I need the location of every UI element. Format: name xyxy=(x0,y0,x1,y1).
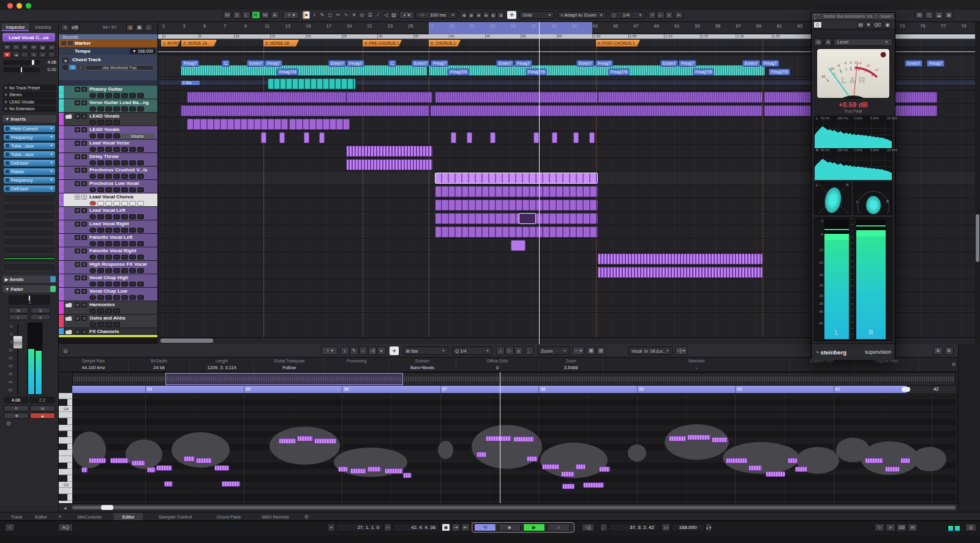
open-quantize-panel-button[interactable]: e xyxy=(665,11,673,19)
track-mute-button[interactable]: M xyxy=(75,302,80,307)
track-control-button[interactable] xyxy=(121,255,128,260)
fader-handle[interactable] xyxy=(13,335,23,349)
track-control-button[interactable] xyxy=(113,174,120,179)
tempo-track-header[interactable]: Tempo▼ 168.000 xyxy=(59,47,158,55)
chord-event[interactable]: Fmaj7 xyxy=(265,60,282,67)
track-mute-button[interactable]: M xyxy=(75,114,80,119)
track-control-button[interactable] xyxy=(97,228,104,233)
chord-mute-icon[interactable]: ▣ xyxy=(62,58,69,63)
editor-solo-button[interactable]: s xyxy=(61,346,70,355)
track-control-button[interactable] xyxy=(105,268,112,273)
chord-event[interactable]: Emin7 xyxy=(742,60,760,67)
track-mute-button[interactable]: M xyxy=(75,275,80,280)
variaudio-segment[interactable] xyxy=(562,484,575,489)
arrange-event[interactable] xyxy=(598,267,763,278)
track-control-button[interactable] xyxy=(137,160,144,165)
inspector-row-lead-vocals[interactable]: LEAD Vocals xyxy=(2,99,56,105)
inspector-listen-button[interactable]: L xyxy=(9,314,28,320)
arrange-hscroll-handle[interactable] xyxy=(160,339,213,343)
editor-warp-button[interactable]: ▷ xyxy=(505,346,514,355)
track-read-button[interactable]: R xyxy=(21,44,29,50)
track-control-button[interactable] xyxy=(121,187,128,192)
track-control-button[interactable] xyxy=(129,241,136,246)
track-control-button[interactable] xyxy=(121,228,128,233)
chord-event[interactable]: Emin7 xyxy=(905,60,922,67)
variaudio-segment[interactable] xyxy=(196,458,212,463)
editor-tab-midi-remote[interactable]: MIDI Remote xyxy=(253,513,298,520)
insert-slot-empty[interactable] xyxy=(3,238,56,245)
window-layout-button[interactable]: ◫ xyxy=(925,11,933,19)
autoscroll-time-select[interactable]: ⊣⊢100 ms▼ xyxy=(415,11,458,19)
arrange-event[interactable] xyxy=(289,119,350,130)
piano-white-key[interactable] xyxy=(59,456,72,462)
variaudio-segment[interactable] xyxy=(279,438,296,444)
track-control-button[interactable] xyxy=(105,107,112,111)
track-control-button[interactable] xyxy=(121,295,128,300)
track-mute-button[interactable]: M xyxy=(75,181,80,186)
editor-clip-select[interactable]: Vocal_In_08 (Le...▼ xyxy=(628,346,673,355)
marker-flag-icon[interactable] xyxy=(68,41,73,45)
track-solo-button[interactable]: S xyxy=(81,316,87,321)
fader-monitor-button[interactable]: ◀ xyxy=(4,413,29,419)
nudge-button[interactable]: ◀| xyxy=(461,12,467,18)
track-control-button[interactable] xyxy=(89,107,96,111)
close-icon[interactable]: ✕ xyxy=(56,514,64,520)
track-solo-button[interactable]: S xyxy=(81,289,87,294)
tool-color-button[interactable]: ▧ xyxy=(390,11,398,19)
variaudio-segment[interactable] xyxy=(350,468,366,474)
track-control-button[interactable] xyxy=(105,309,112,313)
track-solo-button[interactable]: S xyxy=(81,141,87,146)
editor-musical-mode-button[interactable]: ♩ xyxy=(526,346,533,355)
tab-visibility[interactable]: Visibility xyxy=(29,23,56,31)
arrange-event[interactable] xyxy=(451,132,456,143)
track-control-button[interactable] xyxy=(121,174,128,179)
arrange-event[interactable] xyxy=(519,213,536,224)
track-control-button[interactable] xyxy=(89,268,96,273)
arrange-event[interactable] xyxy=(181,105,429,116)
add-folder-button[interactable]: ▸▤ xyxy=(70,24,80,31)
overview-highlight[interactable] xyxy=(165,373,403,385)
track-control-button[interactable] xyxy=(137,174,144,179)
track-row[interactable]: ∿MSVerse Guitar Lead Ba...ng xyxy=(59,99,158,113)
marker-flag[interactable]: 5: CHORUS 1 xyxy=(429,40,461,47)
track-control-button[interactable] xyxy=(97,147,104,152)
chord-event[interactable]: Fmaj7/9 xyxy=(693,69,714,75)
marker-flag-button[interactable]: ⊨ xyxy=(675,11,683,19)
track-control-button[interactable] xyxy=(89,187,96,192)
chord-event[interactable]: Fmaj7 xyxy=(595,60,613,67)
retrospective-record-icon[interactable]: ↻ xyxy=(875,523,884,531)
track-control-button[interactable] xyxy=(89,147,96,152)
arrange-event[interactable] xyxy=(346,159,432,170)
track-row[interactable]: MSOohs and Ahhs xyxy=(59,315,158,328)
plugin-qc-button[interactable]: QC xyxy=(873,21,883,28)
arrange-event[interactable] xyxy=(435,227,598,238)
track-solo-button[interactable]: S xyxy=(12,44,20,50)
arrange-event[interactable] xyxy=(552,132,557,143)
track-row[interactable]: ∿MSHigh Response FX Vocal xyxy=(59,261,158,274)
automation-parameter-select[interactable]: Volume xyxy=(120,133,154,139)
sends-section-header[interactable]: ▶ Sends xyxy=(2,275,56,283)
track-solo-button[interactable]: S xyxy=(81,168,87,173)
variaudio-segment[interactable] xyxy=(576,464,586,470)
insert-slot-empty[interactable] xyxy=(3,212,56,220)
nudge-button[interactable]: ◧ xyxy=(490,12,497,18)
arrange-event[interactable] xyxy=(435,92,598,103)
variaudio-segment[interactable] xyxy=(865,458,883,463)
arrange-event[interactable] xyxy=(304,132,309,143)
marker-flag[interactable]: 4: PRE-CHORUS 1 xyxy=(363,40,402,47)
editor-tool-zoom[interactable]: ⌕ xyxy=(359,346,368,355)
info-cell-global-transpose[interactable]: Global TransposeFollow xyxy=(254,358,325,372)
track-solo-button[interactable]: S xyxy=(81,195,87,200)
fader-section-header[interactable]: ▼ Fader xyxy=(2,285,56,293)
insert-slot-6[interactable]: Raiser▼ xyxy=(3,168,56,176)
track-control-button[interactable] xyxy=(89,201,96,206)
track-control-button[interactable] xyxy=(97,268,104,273)
fader-record-button[interactable]: ● xyxy=(30,413,55,419)
arrange-event[interactable] xyxy=(598,253,763,264)
chord-event[interactable]: Fmaj7/9 xyxy=(277,69,298,75)
track-control-button[interactable] xyxy=(113,93,120,98)
track-control-button[interactable] xyxy=(129,187,136,192)
chord-event[interactable]: Fmaj7 xyxy=(927,60,944,67)
piano-white-key[interactable] xyxy=(59,450,72,456)
track-control-button[interactable] xyxy=(105,120,112,125)
